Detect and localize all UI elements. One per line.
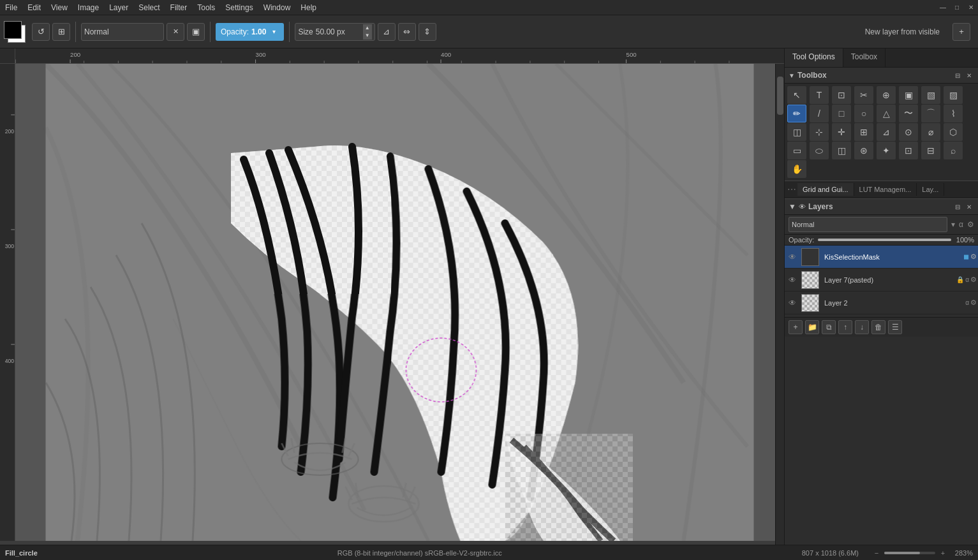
tool-eyedropper[interactable]: ⊕	[877, 86, 896, 104]
sub-tab-lut[interactable]: LUT Managem...	[854, 183, 917, 196]
add-layer-btn[interactable]: +	[789, 320, 803, 334]
fill-behind-btn[interactable]: ▣	[187, 23, 205, 41]
vertical-scroll-thumb[interactable]	[777, 77, 783, 115]
tool-ellipse[interactable]: ○	[854, 105, 873, 122]
menu-filter[interactable]: Filter	[165, 2, 193, 13]
toolbox-close-btn[interactable]: ✕	[964, 70, 974, 80]
tool-paintbucket[interactable]: ▣	[899, 86, 918, 104]
sub-tab-lay[interactable]: Lay...	[917, 183, 944, 196]
layer-settings-icon-layer7[interactable]: ⚙	[970, 276, 977, 284]
tool-transform[interactable]: ⊡	[832, 86, 851, 104]
color-swatches[interactable]	[3, 20, 27, 44]
move-layer-down-btn[interactable]: ↓	[855, 320, 869, 334]
panel-top-tabs: Tool Options Toolbox	[785, 48, 978, 68]
copy-layer-btn[interactable]: ⧉	[822, 320, 836, 334]
opacity-control[interactable]: Opacity: 1.00 ▾	[216, 23, 284, 41]
layer-eye-layer7[interactable]: 👁	[786, 269, 799, 291]
tool-calligraphy[interactable]: ⌇	[944, 105, 963, 122]
tool-border-sel[interactable]: ⊟	[921, 142, 940, 159]
erase-btn[interactable]: ✕	[167, 23, 184, 41]
tool-magnetic-sel[interactable]: ✦	[877, 142, 896, 159]
menu-view[interactable]: View	[46, 2, 73, 13]
tool-freehand-shape[interactable]: 〜	[899, 105, 918, 122]
layer-settings-btn[interactable]: ☰	[888, 320, 902, 334]
canvas-area[interactable]	[15, 64, 784, 541]
foreground-color-swatch[interactable]	[4, 21, 22, 39]
zoom-track[interactable]	[884, 552, 935, 554]
tool-transform-sel[interactable]: ⊡	[899, 142, 918, 159]
opacity-expand-btn[interactable]: ▾	[269, 27, 279, 37]
sub-tab-grid[interactable]: Grid and Gui...	[797, 183, 854, 196]
tool-ellipse-sel[interactable]: ⬭	[810, 142, 829, 159]
tool-smart-patch[interactable]: ◫	[787, 123, 806, 141]
mirror-h-btn[interactable]: ⇔	[398, 23, 416, 41]
delete-layer-btn[interactable]: 🗑	[871, 320, 885, 334]
tool-contiguous-sel2[interactable]: ◫	[832, 142, 851, 159]
tool-free-sel[interactable]: ⊛	[854, 142, 873, 159]
layer-row-layer2[interactable]: 👁 Layer 2 α ⚙	[785, 291, 978, 314]
tool-crop[interactable]: ✂	[854, 86, 873, 104]
vertical-scrollbar[interactable]	[775, 64, 784, 551]
window-maximize-btn[interactable]: □	[950, 1, 964, 15]
tool-move[interactable]: ✛	[832, 123, 851, 141]
mirror-v-btn[interactable]: ⇕	[419, 23, 436, 41]
tab-toolbox[interactable]: Toolbox	[843, 48, 885, 67]
zoom-out-btn[interactable]: −	[871, 548, 882, 558]
layer-settings-icon-layer2[interactable]: ⚙	[970, 298, 977, 307]
layer-row-layer7[interactable]: 👁 Layer 7(pasted) 🔒 α ⚙	[785, 269, 978, 291]
reset-colors-btn[interactable]: ↺	[32, 23, 50, 41]
tool-transform-layer[interactable]: ⊹	[810, 123, 829, 141]
tool-polygon[interactable]: △	[877, 105, 896, 122]
layer-eye-layer2[interactable]: 👁	[786, 291, 799, 314]
tool-warp[interactable]: ⊞	[854, 123, 873, 141]
menu-layer[interactable]: Layer	[104, 2, 133, 13]
new-layer-from-visible-btn[interactable]: +	[952, 23, 970, 41]
tool-brush[interactable]: ✏	[787, 105, 806, 122]
tool-path-edit[interactable]: ⌒	[921, 105, 940, 122]
menu-edit[interactable]: Edit	[22, 2, 46, 13]
menu-file[interactable]: File	[0, 2, 22, 13]
tool-line[interactable]: /	[810, 105, 829, 122]
menu-image[interactable]: Image	[73, 2, 104, 13]
brush-presets-btn[interactable]: ⊞	[52, 23, 70, 41]
blend-mode-select[interactable]: Normal	[81, 23, 164, 41]
tool-pan[interactable]: ✋	[787, 160, 806, 178]
layer-row-kisselectionmask[interactable]: 👁 KisSelectionMask ◼ ⚙	[785, 246, 978, 269]
layer-eye-kisselectionmask[interactable]: 👁	[786, 246, 799, 269]
tool-cursor[interactable]: ↖	[787, 86, 806, 104]
layers-expand-icon[interactable]: ▼	[789, 202, 796, 211]
tool-zoom[interactable]: ⌕	[944, 142, 963, 159]
layer-opacity-track[interactable]	[818, 239, 951, 241]
tool-bezier-select[interactable]: ⌀	[921, 123, 940, 141]
window-minimize-btn[interactable]: ―	[936, 1, 950, 15]
tool-rect[interactable]: □	[832, 105, 851, 122]
move-layer-up-btn[interactable]: ↑	[838, 320, 852, 334]
tool-contiguous-select[interactable]: ⊿	[877, 123, 896, 141]
size-input[interactable]	[316, 27, 360, 36]
size-down-btn[interactable]: ▼	[363, 32, 372, 40]
brush-dynamics-btn[interactable]: ⊿	[378, 23, 396, 41]
zoom-in-btn[interactable]: +	[938, 548, 948, 558]
menu-tools[interactable]: Tools	[192, 2, 220, 13]
tool-rect-sel[interactable]: ▭	[787, 142, 806, 159]
menu-help[interactable]: Help	[295, 2, 322, 13]
tool-gradient[interactable]: ▧	[921, 86, 940, 104]
menu-settings[interactable]: Settings	[220, 2, 258, 13]
size-up-btn[interactable]: ▲	[363, 24, 372, 32]
tool-text[interactable]: T	[810, 86, 829, 104]
toolbox-detach-btn[interactable]: ⊟	[952, 70, 963, 80]
tool-color-select[interactable]: ⊙	[899, 123, 918, 141]
window-close-btn[interactable]: ✕	[964, 1, 978, 15]
menu-select[interactable]: Select	[133, 2, 165, 13]
group-layer-btn[interactable]: 📁	[805, 320, 819, 334]
menu-window[interactable]: Window	[258, 2, 296, 13]
layer-lock-icon-layer7[interactable]: 🔒	[956, 276, 964, 283]
layer-settings-icon[interactable]: ⚙	[970, 253, 977, 261]
toolbox-expand-icon[interactable]: ▼	[789, 72, 795, 79]
tab-tool-options[interactable]: Tool Options	[785, 48, 843, 67]
layers-close-btn[interactable]: ✕	[964, 202, 974, 212]
layer-blend-mode-select[interactable]: Normal	[789, 217, 947, 232]
tool-poly-select[interactable]: ⬡	[944, 123, 963, 141]
tool-pattern[interactable]: ▨	[944, 86, 963, 104]
layers-detach-btn[interactable]: ⊟	[952, 202, 963, 212]
